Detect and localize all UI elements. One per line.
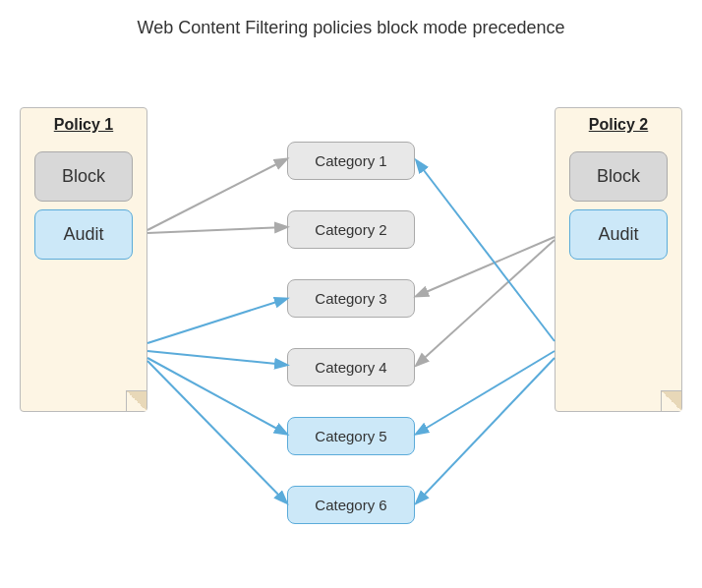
svg-line-9 xyxy=(417,351,555,434)
svg-line-8 xyxy=(417,161,555,341)
category-4: Category 4 xyxy=(287,348,415,386)
svg-line-5 xyxy=(147,351,286,365)
svg-line-1 xyxy=(147,227,286,233)
svg-line-10 xyxy=(417,358,555,502)
policy2-box: Policy 2 Block Audit xyxy=(555,107,682,412)
policy1-block: Block xyxy=(34,151,133,202)
svg-line-7 xyxy=(147,361,286,502)
category-3: Category 3 xyxy=(287,279,415,318)
category-1: Category 1 xyxy=(287,142,415,180)
category-6: Category 6 xyxy=(287,486,415,524)
svg-line-6 xyxy=(147,358,286,434)
policy1-audit: Audit xyxy=(34,209,133,260)
policy2-audit: Audit xyxy=(569,209,668,260)
page-title: Web Content Filtering policies block mod… xyxy=(0,0,702,48)
svg-line-3 xyxy=(417,240,555,365)
category-2: Category 2 xyxy=(287,210,415,249)
policy1-box: Policy 1 Block Audit xyxy=(20,107,147,412)
policy2-title: Policy 2 xyxy=(556,108,681,144)
policy1-title: Policy 1 xyxy=(21,108,146,144)
svg-line-4 xyxy=(147,299,286,343)
svg-line-0 xyxy=(147,159,286,230)
svg-line-2 xyxy=(417,237,555,296)
policy2-block: Block xyxy=(569,151,668,202)
diagram: Policy 1 Block Audit Policy 2 Block Audi… xyxy=(0,48,702,579)
category-5: Category 5 xyxy=(287,417,415,455)
